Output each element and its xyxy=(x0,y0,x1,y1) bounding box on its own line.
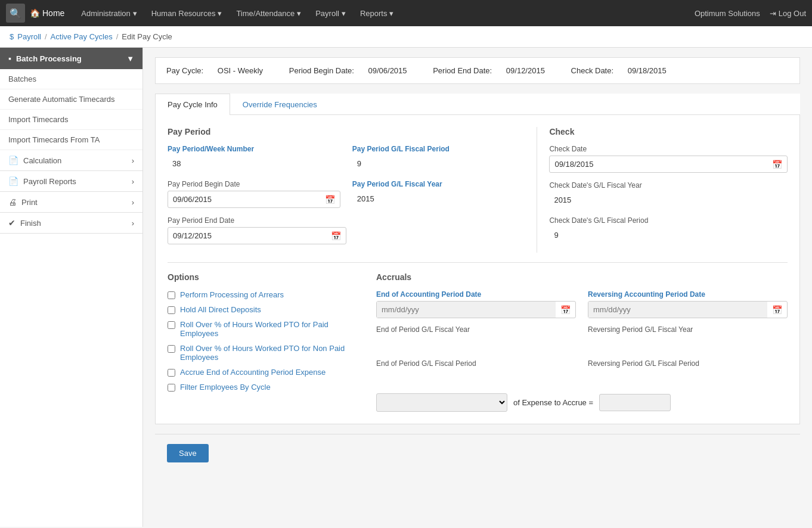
checkbox-hold-deposits-label[interactable]: Hold All Direct Deposits xyxy=(180,305,261,314)
end-date-input[interactable] xyxy=(168,228,326,244)
breadcrumb-payroll-link[interactable]: Payroll xyxy=(17,32,41,41)
gl-fiscal-year-label: Pay Period G/L Fiscal Year xyxy=(352,180,525,188)
chevron-down-icon: ▾ xyxy=(342,9,346,18)
check-date-input[interactable] xyxy=(550,156,767,172)
home-icon: 🏠 xyxy=(30,8,40,18)
chevron-down-icon: ▾ xyxy=(389,9,393,18)
begin-date-wrapper: 📅 xyxy=(168,191,340,208)
sidebar-group-payroll-reports-header[interactable]: 📄 Payroll Reports › xyxy=(0,171,142,191)
pay-cycle-bar: Pay Cycle: OSI - Weekly Period Begin Dat… xyxy=(155,57,800,84)
pay-period-title: Pay Period xyxy=(168,127,525,136)
company-name: Optimum Solutions xyxy=(695,9,760,18)
checkbox-rollover-paid-label[interactable]: Roll Over % of Hours Worked PTO for Paid… xyxy=(180,320,358,338)
sidebar-group-print: 🖨 Print › xyxy=(0,192,142,213)
begin-date-calendar-icon[interactable]: 📅 xyxy=(320,192,340,207)
gl-fiscal-period-input[interactable] xyxy=(352,156,525,172)
end-accounting-date-label: End of Accounting Period Date xyxy=(376,290,576,299)
end-date-label: Pay Period End Date xyxy=(168,216,346,225)
logout-icon: ⇥ xyxy=(770,9,776,18)
check-gl-year-label: Check Date's G/L Fiscal Year xyxy=(549,181,788,190)
week-number-label: Pay Period/Week Number xyxy=(168,145,340,153)
home-label: Home xyxy=(42,8,64,18)
nav-item-time-attendance[interactable]: Time/Attendance ▾ xyxy=(229,0,308,26)
tab-override-frequencies[interactable]: Override Frequencies xyxy=(230,94,330,115)
sidebar-item-import-timecards[interactable]: Import Timecards xyxy=(0,110,142,130)
checkbox-hold-deposits-input[interactable] xyxy=(168,306,175,314)
sidebar-group-calculation: 📄 Calculation › xyxy=(0,150,142,171)
check-gl-period-input[interactable] xyxy=(549,227,788,243)
check-gl-period-label: Check Date's G/L Fiscal Period xyxy=(549,216,788,225)
save-section: Save xyxy=(155,434,800,472)
tab-pay-cycle-info[interactable]: Pay Cycle Info xyxy=(155,94,230,115)
sidebar-group-finish-header[interactable]: ✔ Finish › xyxy=(0,213,142,233)
save-button[interactable]: Save xyxy=(167,444,209,462)
search-icon[interactable]: 🔍 xyxy=(6,4,25,23)
end-gl-period-input[interactable] xyxy=(376,370,576,386)
checkbox-filter-employees: Filter Employees By Cycle xyxy=(168,383,358,392)
nav-item-reports[interactable]: Reports ▾ xyxy=(353,0,401,26)
end-gl-period-label: End of Period G/L Fiscal Period xyxy=(376,359,576,368)
checkbox-rollover-nonpaid-input[interactable] xyxy=(168,345,175,353)
end-gl-year-label: End of Period G/L Fiscal Year xyxy=(376,325,576,334)
nav-item-payroll[interactable]: Payroll ▾ xyxy=(308,0,353,26)
checkbox-arrears-input[interactable] xyxy=(168,291,175,299)
reversing-date-input[interactable] xyxy=(588,302,767,318)
gl-fiscal-year-input[interactable] xyxy=(352,191,525,207)
sidebar-batch-processing-header[interactable]: ▪ Batch Processing ▼ xyxy=(0,48,142,69)
chevron-down-icon: ▾ xyxy=(218,9,222,18)
end-date-calendar-icon[interactable]: 📅 xyxy=(326,228,346,244)
breadcrumb: $ Payroll / Active Pay Cycles / Edit Pay… xyxy=(0,26,812,48)
nav-item-human-resources[interactable]: Human Resources ▾ xyxy=(144,0,230,26)
nav-item-administration[interactable]: Administration ▾ xyxy=(74,0,144,26)
options-title: Options xyxy=(168,272,358,282)
reversing-gl-period-label: Reversing Period G/L Fiscal Period xyxy=(588,359,788,368)
checkbox-accrue-input[interactable] xyxy=(168,369,175,377)
breadcrumb-active-cycles-link[interactable]: Active Pay Cycles xyxy=(51,32,113,41)
checkbox-perform-arrears: Perform Processing of Arrears xyxy=(168,290,358,299)
expense-label: of Expense to Accrue = xyxy=(513,398,593,407)
expense-value-input[interactable] xyxy=(599,394,671,411)
check-gl-year-input[interactable] xyxy=(549,192,788,208)
reversing-gl-year-label: Reversing Period G/L Fiscal Year xyxy=(588,325,788,334)
check-date-label: Check Date xyxy=(549,145,788,153)
week-number-input[interactable] xyxy=(168,156,340,172)
calculation-icon: 📄 xyxy=(8,156,18,165)
reversing-gl-year-input[interactable] xyxy=(588,336,788,352)
reversing-calendar-icon[interactable]: 📅 xyxy=(767,302,787,318)
chevron-down-icon: ▾ xyxy=(133,9,137,18)
sidebar-group-calculation-header[interactable]: 📄 Calculation › xyxy=(0,150,142,170)
checkbox-filter-input[interactable] xyxy=(168,384,175,392)
reversing-date-label: Reversing Accounting Period Date xyxy=(588,290,788,299)
top-navigation: 🔍 🏠 Home Administration ▾ Human Resource… xyxy=(0,0,812,26)
begin-date-label: Pay Period Begin Date xyxy=(168,180,340,188)
logout-button[interactable]: ⇥ Log Out xyxy=(770,9,806,18)
checkbox-rollover-nonpaid-label[interactable]: Roll Over % of Hours Worked PTO for Non … xyxy=(180,344,358,362)
chevron-right-icon: › xyxy=(132,177,134,186)
checkbox-arrears-label[interactable]: Perform Processing of Arrears xyxy=(180,290,284,299)
print-icon: 🖨 xyxy=(8,197,17,207)
reversing-gl-period-input[interactable] xyxy=(588,370,788,386)
home-link[interactable]: 🏠 Home xyxy=(30,8,64,18)
sidebar-group-print-header[interactable]: 🖨 Print › xyxy=(0,192,142,212)
end-gl-year-input[interactable] xyxy=(376,336,576,352)
gl-fiscal-period-label: Pay Period G/L Fiscal Period xyxy=(352,145,525,153)
expense-row: of Expense to Accrue = xyxy=(376,393,788,412)
checkbox-accrue-label[interactable]: Accrue End of Accounting Period Expense xyxy=(180,368,326,377)
end-accounting-date-wrapper: 📅 xyxy=(376,301,576,318)
begin-date-input[interactable] xyxy=(168,191,320,207)
checkbox-accrue: Accrue End of Accounting Period Expense xyxy=(168,368,358,377)
sidebar-item-batches[interactable]: Batches xyxy=(0,69,142,89)
end-accounting-calendar-icon[interactable]: 📅 xyxy=(556,302,575,318)
sidebar-item-import-timecards-ta[interactable]: Import Timecards From TA xyxy=(0,130,142,150)
check-date-calendar-icon[interactable]: 📅 xyxy=(767,157,787,172)
end-date-wrapper: 📅 xyxy=(168,227,346,244)
batch-processing-icon: ▪ xyxy=(8,54,11,63)
checkbox-filter-label[interactable]: Filter Employees By Cycle xyxy=(180,383,271,392)
expense-dropdown[interactable] xyxy=(376,393,507,412)
checkbox-rollover-paid-input[interactable] xyxy=(168,321,175,329)
sidebar: ▪ Batch Processing ▼ Batches Generate Au… xyxy=(0,48,143,527)
sidebar-item-generate-timecards[interactable]: Generate Automatic Timecards xyxy=(0,89,142,110)
checkbox-hold-deposits: Hold All Direct Deposits xyxy=(168,305,358,314)
sidebar-group-finish: ✔ Finish › xyxy=(0,213,142,234)
end-accounting-date-input[interactable] xyxy=(377,302,556,318)
